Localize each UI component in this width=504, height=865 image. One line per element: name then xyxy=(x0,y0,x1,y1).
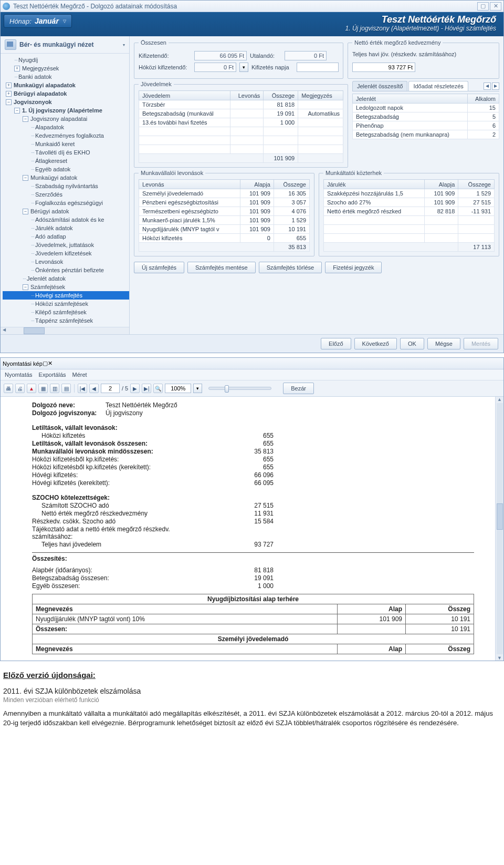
tree-node[interactable]: ····Szerződés xyxy=(3,190,129,199)
tree-node[interactable]: ····Hóvégi számfejtés xyxy=(3,291,129,300)
cell[interactable]: -11 931 xyxy=(458,207,495,216)
tree-node[interactable]: +Megjegyzések xyxy=(3,64,129,73)
vertical-scrollbar[interactable]: ▲ ▼ xyxy=(495,397,503,661)
cell[interactable]: Nyugdíjjárulék (MNYP tagtól v xyxy=(139,225,240,234)
expand-icon[interactable]: + xyxy=(14,66,20,71)
cell[interactable]: 3 057 xyxy=(274,198,309,207)
tab-summary[interactable]: Jelenlét összesítő xyxy=(352,81,407,91)
column-header[interactable]: Jövedelem xyxy=(139,91,230,100)
ok-button[interactable]: OK xyxy=(400,338,424,349)
cell[interactable] xyxy=(298,118,343,127)
tree-node[interactable]: ····Átlagkereset xyxy=(3,157,129,165)
nav-tree[interactable]: ····Nyugdíj+Megjegyzések····Banki adatok… xyxy=(1,54,129,327)
cell[interactable]: 101 909 xyxy=(240,189,274,198)
cell[interactable]: Betegszabadság (munkavál xyxy=(139,109,230,118)
close-button[interactable]: ✕ xyxy=(48,360,52,367)
tree-node[interactable]: ····Alapadatok xyxy=(3,123,129,131)
cell[interactable]: 13.és további havi fizetés xyxy=(139,118,230,127)
cell[interactable]: Pénzbeni egészségbiztosítási xyxy=(139,198,240,207)
tree-node[interactable]: ····Távolléti díj és EKHO xyxy=(3,148,129,157)
deductions-table[interactable]: LevonásAlapjaÖsszegeSzemélyi jövedelemad… xyxy=(139,179,310,252)
cell[interactable]: 0 xyxy=(240,234,274,243)
new-calc-button[interactable]: Új számfejtés xyxy=(134,262,184,273)
tree-node[interactable]: ····Kedvezményes foglalkozta xyxy=(3,131,129,140)
cell[interactable]: 82 818 xyxy=(425,207,458,216)
cell[interactable]: Szocho adó 27% xyxy=(324,198,425,207)
menu-print[interactable]: Nyomtatás xyxy=(5,372,33,378)
cell[interactable]: 4 076 xyxy=(274,207,309,216)
zoom-dropdown[interactable]: ▾ xyxy=(193,384,202,393)
column-header[interactable]: Alapja xyxy=(240,180,274,189)
employer-charges-table[interactable]: JárulékAlapjaÖsszegeSzakképzési hozzájár… xyxy=(323,179,495,252)
tree-node[interactable]: ····Jövedelem kifizetések xyxy=(3,249,129,258)
scroll-thumb[interactable] xyxy=(24,327,45,334)
tree-node[interactable]: ····Munkaidő keret xyxy=(3,140,129,148)
cell[interactable]: 81 818 xyxy=(264,100,298,109)
tree-node[interactable]: ····Levonások xyxy=(3,258,129,266)
payslip-button[interactable]: Fizetési jegyzék xyxy=(325,262,382,273)
cell[interactable]: 101 909 xyxy=(425,198,458,207)
cell[interactable]: Nettó érték megőrző részked xyxy=(324,207,425,216)
tree-node[interactable]: −Bérügyi adatok xyxy=(3,207,129,215)
cell[interactable]: 2 xyxy=(468,130,499,139)
tree-node[interactable]: −Jogviszony alapadatai xyxy=(3,115,129,123)
first-page-icon[interactable]: |◀ xyxy=(78,384,87,393)
minimize-button[interactable]: ▢ xyxy=(43,360,48,367)
cell[interactable] xyxy=(298,100,343,109)
tree-node[interactable]: ····Nyugdíj xyxy=(3,56,129,64)
tree-node[interactable]: ····Táppénz számfejtések xyxy=(3,316,129,325)
arrow-up-icon[interactable]: ▲ xyxy=(497,397,502,402)
expand-icon[interactable]: − xyxy=(23,284,28,290)
tree-node[interactable]: −Számfejtések xyxy=(3,283,129,291)
cell[interactable]: 1 529 xyxy=(458,189,495,198)
cell[interactable]: 655 xyxy=(274,234,309,243)
menu-export[interactable]: Exportálás xyxy=(39,372,66,378)
menu-size[interactable]: Méret xyxy=(72,372,87,378)
tree-node[interactable]: ····Kilépő számfejtések xyxy=(3,308,129,316)
cell[interactable]: Személyi jövedelemadó xyxy=(139,189,240,198)
cell[interactable]: Hóközi kifizetés xyxy=(139,234,240,243)
horizontal-scrollbar[interactable]: ◀ xyxy=(1,327,129,334)
cell[interactable]: 101 909 xyxy=(240,216,274,225)
tree-node[interactable]: ····Adó adatlap xyxy=(3,232,129,241)
scroll-thumb[interactable] xyxy=(497,503,503,530)
minimize-button[interactable]: ▢ xyxy=(477,2,489,11)
tree-node[interactable]: ····Szabadság nyilvántartás xyxy=(3,182,129,190)
cell[interactable]: Törzsbér xyxy=(139,100,230,109)
expand-icon[interactable]: − xyxy=(14,108,20,114)
close-button[interactable]: ✕ xyxy=(490,2,501,11)
close-preview-button[interactable]: Bezár xyxy=(283,383,314,394)
tree-node[interactable]: −Munkaügyi adatok xyxy=(3,173,129,182)
expand-icon[interactable]: + xyxy=(6,91,12,97)
next-button[interactable]: Következő xyxy=(354,338,397,349)
tree-node[interactable]: ····Foglalkozás egészségügyi xyxy=(3,199,129,207)
cell[interactable]: Szakképzési hozzájárulás 1,5 xyxy=(324,189,425,198)
cell[interactable]: Betegszabadság (nem munkanapra) xyxy=(353,130,468,139)
prev-page-icon[interactable]: ◀ xyxy=(89,384,99,393)
column-header[interactable]: Levonás xyxy=(230,91,264,100)
cell[interactable]: 101 909 xyxy=(425,189,458,198)
column-header[interactable]: Jelenlét xyxy=(353,94,468,104)
attendance-table[interactable]: JelenlétAlkalomLedolgozott napok15Betegs… xyxy=(352,94,499,139)
cell[interactable]: Automatikus xyxy=(298,109,343,118)
cell[interactable]: Ledolgozott napok xyxy=(353,104,468,112)
cell[interactable]: Betegszabadság xyxy=(353,112,468,121)
cell[interactable]: 6 xyxy=(468,121,499,130)
tree-node[interactable]: ····Jövedelmek, juttatások xyxy=(3,241,129,249)
cell[interactable] xyxy=(230,100,264,109)
column-header[interactable]: Alkalom xyxy=(468,94,499,104)
cell[interactable]: 16 305 xyxy=(274,189,309,198)
cell[interactable]: Munkaerő-piaci járulék 1,5% xyxy=(139,216,240,225)
expand-icon[interactable]: − xyxy=(23,209,28,214)
pdf-icon[interactable]: ▲ xyxy=(27,384,36,393)
grid-icon[interactable]: ▤ xyxy=(61,384,71,393)
column-header[interactable]: Alapja xyxy=(425,180,458,189)
tab-next-icon[interactable]: ▶ xyxy=(492,83,499,90)
full-income-value[interactable] xyxy=(352,63,415,72)
zoom-icon[interactable]: 🔍 xyxy=(153,384,163,393)
delete-calc-button[interactable]: Számfejtés törlése xyxy=(259,262,322,273)
expand-icon[interactable]: + xyxy=(6,83,12,88)
zoom-slider[interactable] xyxy=(208,387,271,390)
column-header[interactable]: Összege xyxy=(458,180,495,189)
print-icon[interactable]: 🖶 xyxy=(4,384,13,393)
